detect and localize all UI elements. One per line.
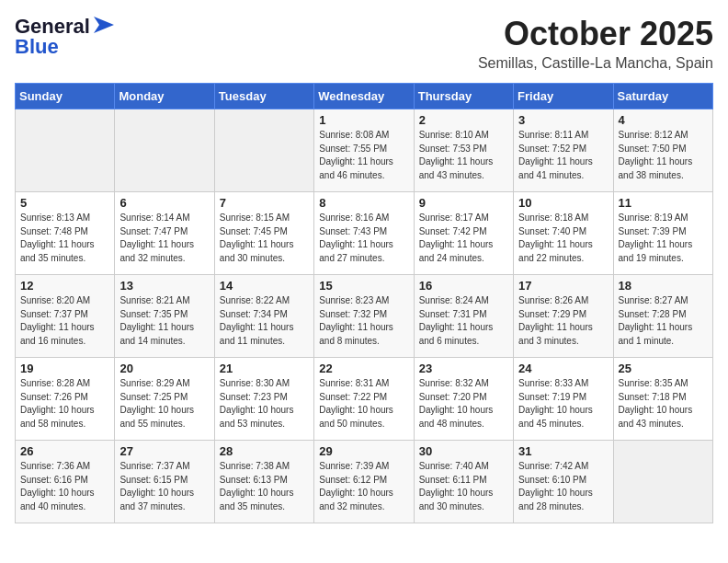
calendar-cell: 11Sunrise: 8:19 AM Sunset: 7:39 PM Dayli… bbox=[613, 192, 712, 275]
day-number: 29 bbox=[319, 444, 408, 458]
calendar-cell: 10Sunrise: 8:18 AM Sunset: 7:40 PM Dayli… bbox=[514, 192, 613, 275]
day-number: 13 bbox=[119, 279, 209, 293]
calendar-cell: 31Sunrise: 7:42 AM Sunset: 6:10 PM Dayli… bbox=[514, 441, 613, 523]
day-number: 10 bbox=[518, 196, 608, 210]
day-number: 19 bbox=[20, 362, 109, 375]
day-info: Sunrise: 8:22 AM Sunset: 7:34 PM Dayligh… bbox=[220, 294, 309, 348]
day-info: Sunrise: 8:20 AM Sunset: 7:37 PM Dayligh… bbox=[20, 294, 109, 348]
calendar-cell: 2Sunrise: 8:10 AM Sunset: 7:53 PM Daylig… bbox=[414, 109, 513, 192]
day-number: 3 bbox=[518, 113, 608, 127]
day-number: 21 bbox=[220, 362, 309, 375]
weekday-header-tuesday: Tuesday bbox=[214, 84, 313, 109]
calendar-cell: 21Sunrise: 8:30 AM Sunset: 7:23 PM Dayli… bbox=[214, 358, 313, 441]
calendar-cell: 12Sunrise: 8:20 AM Sunset: 7:37 PM Dayli… bbox=[16, 275, 115, 358]
calendar-cell bbox=[115, 109, 214, 192]
day-number: 18 bbox=[619, 279, 708, 293]
calendar-week-row: 5Sunrise: 8:13 AM Sunset: 7:48 PM Daylig… bbox=[16, 192, 713, 275]
calendar-cell: 29Sunrise: 7:39 AM Sunset: 6:12 PM Dayli… bbox=[314, 441, 414, 523]
calendar-cell bbox=[16, 109, 115, 192]
day-number: 17 bbox=[518, 279, 608, 293]
calendar-cell: 17Sunrise: 8:26 AM Sunset: 7:29 PM Dayli… bbox=[514, 275, 613, 358]
day-info: Sunrise: 8:12 AM Sunset: 7:50 PM Dayligh… bbox=[619, 129, 708, 182]
calendar-cell: 19Sunrise: 8:28 AM Sunset: 7:26 PM Dayli… bbox=[16, 358, 115, 441]
day-number: 26 bbox=[20, 444, 109, 458]
day-number: 24 bbox=[518, 362, 608, 375]
calendar-week-row: 1Sunrise: 8:08 AM Sunset: 7:55 PM Daylig… bbox=[16, 109, 713, 192]
weekday-header-thursday: Thursday bbox=[414, 84, 513, 109]
day-info: Sunrise: 8:35 AM Sunset: 7:18 PM Dayligh… bbox=[619, 377, 708, 431]
weekday-header-row: SundayMondayTuesdayWednesdayThursdayFrid… bbox=[16, 84, 713, 109]
day-number: 28 bbox=[220, 444, 309, 458]
day-info: Sunrise: 8:28 AM Sunset: 7:26 PM Dayligh… bbox=[20, 377, 109, 431]
calendar-cell: 7Sunrise: 8:15 AM Sunset: 7:45 PM Daylig… bbox=[214, 192, 313, 275]
day-number: 14 bbox=[220, 279, 309, 293]
calendar-cell: 16Sunrise: 8:24 AM Sunset: 7:31 PM Dayli… bbox=[414, 275, 513, 358]
calendar-cell: 8Sunrise: 8:16 AM Sunset: 7:43 PM Daylig… bbox=[314, 192, 414, 275]
calendar-cell: 9Sunrise: 8:17 AM Sunset: 7:42 PM Daylig… bbox=[414, 192, 513, 275]
day-info: Sunrise: 8:11 AM Sunset: 7:52 PM Dayligh… bbox=[518, 129, 608, 182]
calendar-cell: 6Sunrise: 8:14 AM Sunset: 7:47 PM Daylig… bbox=[115, 192, 214, 275]
calendar-cell: 5Sunrise: 8:13 AM Sunset: 7:48 PM Daylig… bbox=[16, 192, 115, 275]
day-info: Sunrise: 8:13 AM Sunset: 7:48 PM Dayligh… bbox=[20, 212, 109, 265]
calendar-cell: 25Sunrise: 8:35 AM Sunset: 7:18 PM Dayli… bbox=[613, 358, 712, 441]
day-number: 2 bbox=[419, 113, 508, 127]
calendar-week-row: 12Sunrise: 8:20 AM Sunset: 7:37 PM Dayli… bbox=[16, 275, 713, 358]
day-number: 27 bbox=[119, 444, 209, 458]
day-info: Sunrise: 8:16 AM Sunset: 7:43 PM Dayligh… bbox=[319, 212, 408, 265]
calendar-cell: 24Sunrise: 8:33 AM Sunset: 7:19 PM Dayli… bbox=[514, 358, 613, 441]
weekday-header-saturday: Saturday bbox=[613, 84, 712, 109]
calendar-cell: 23Sunrise: 8:32 AM Sunset: 7:20 PM Dayli… bbox=[414, 358, 513, 441]
day-number: 31 bbox=[518, 444, 608, 458]
calendar-cell: 22Sunrise: 8:31 AM Sunset: 7:22 PM Dayli… bbox=[314, 358, 414, 441]
calendar-cell: 27Sunrise: 7:37 AM Sunset: 6:15 PM Dayli… bbox=[115, 441, 214, 523]
day-number: 12 bbox=[20, 279, 109, 293]
day-number: 25 bbox=[619, 362, 708, 375]
day-number: 30 bbox=[419, 444, 508, 458]
calendar-cell: 3Sunrise: 8:11 AM Sunset: 7:52 PM Daylig… bbox=[514, 109, 613, 192]
calendar-table: SundayMondayTuesdayWednesdayThursdayFrid… bbox=[15, 83, 713, 523]
month-title: October 2025 bbox=[478, 15, 713, 53]
day-number: 22 bbox=[319, 362, 408, 375]
day-info: Sunrise: 7:39 AM Sunset: 6:12 PM Dayligh… bbox=[319, 460, 408, 513]
day-info: Sunrise: 7:36 AM Sunset: 6:16 PM Dayligh… bbox=[20, 460, 109, 513]
day-info: Sunrise: 8:33 AM Sunset: 7:19 PM Dayligh… bbox=[518, 377, 608, 431]
day-info: Sunrise: 8:27 AM Sunset: 7:28 PM Dayligh… bbox=[619, 294, 708, 348]
day-number: 6 bbox=[119, 196, 209, 210]
weekday-header-friday: Friday bbox=[514, 84, 613, 109]
day-info: Sunrise: 7:37 AM Sunset: 6:15 PM Dayligh… bbox=[119, 460, 209, 513]
day-info: Sunrise: 7:38 AM Sunset: 6:13 PM Dayligh… bbox=[220, 460, 309, 513]
calendar-cell: 28Sunrise: 7:38 AM Sunset: 6:13 PM Dayli… bbox=[214, 441, 313, 523]
calendar-week-row: 19Sunrise: 8:28 AM Sunset: 7:26 PM Dayli… bbox=[16, 358, 713, 441]
day-number: 11 bbox=[619, 196, 708, 210]
day-info: Sunrise: 8:23 AM Sunset: 7:32 PM Dayligh… bbox=[319, 294, 408, 348]
calendar-cell: 13Sunrise: 8:21 AM Sunset: 7:35 PM Dayli… bbox=[115, 275, 214, 358]
location-title: Semillas, Castille-La Mancha, Spain bbox=[478, 55, 713, 72]
calendar-cell: 15Sunrise: 8:23 AM Sunset: 7:32 PM Dayli… bbox=[314, 275, 414, 358]
day-info: Sunrise: 8:08 AM Sunset: 7:55 PM Dayligh… bbox=[319, 129, 408, 182]
day-number: 7 bbox=[220, 196, 309, 210]
title-block: October 2025 Semillas, Castille-La Manch… bbox=[478, 15, 713, 72]
day-number: 8 bbox=[319, 196, 408, 210]
day-number: 16 bbox=[419, 279, 508, 293]
calendar-cell: 18Sunrise: 8:27 AM Sunset: 7:28 PM Dayli… bbox=[613, 275, 712, 358]
page-header: General Blue October 2025 Semillas, Cast… bbox=[15, 15, 713, 72]
day-info: Sunrise: 7:42 AM Sunset: 6:10 PM Dayligh… bbox=[518, 460, 608, 513]
day-info: Sunrise: 8:15 AM Sunset: 7:45 PM Dayligh… bbox=[220, 212, 309, 265]
day-info: Sunrise: 8:17 AM Sunset: 7:42 PM Dayligh… bbox=[419, 212, 508, 265]
day-info: Sunrise: 8:10 AM Sunset: 7:53 PM Dayligh… bbox=[419, 129, 508, 182]
day-info: Sunrise: 8:26 AM Sunset: 7:29 PM Dayligh… bbox=[518, 294, 608, 348]
day-info: Sunrise: 8:29 AM Sunset: 7:25 PM Dayligh… bbox=[119, 377, 209, 431]
day-number: 15 bbox=[319, 279, 408, 293]
day-number: 20 bbox=[119, 362, 209, 375]
day-info: Sunrise: 8:21 AM Sunset: 7:35 PM Dayligh… bbox=[119, 294, 209, 348]
calendar-cell: 14Sunrise: 8:22 AM Sunset: 7:34 PM Dayli… bbox=[214, 275, 313, 358]
day-info: Sunrise: 8:19 AM Sunset: 7:39 PM Dayligh… bbox=[619, 212, 708, 265]
calendar-cell: 26Sunrise: 7:36 AM Sunset: 6:16 PM Dayli… bbox=[16, 441, 115, 523]
day-info: Sunrise: 8:30 AM Sunset: 7:23 PM Dayligh… bbox=[220, 377, 309, 431]
svg-marker-0 bbox=[94, 17, 114, 33]
logo-arrow-icon bbox=[94, 17, 114, 33]
calendar-cell bbox=[214, 109, 313, 192]
day-info: Sunrise: 8:31 AM Sunset: 7:22 PM Dayligh… bbox=[319, 377, 408, 431]
day-number: 4 bbox=[619, 113, 708, 127]
day-number: 1 bbox=[319, 113, 408, 127]
